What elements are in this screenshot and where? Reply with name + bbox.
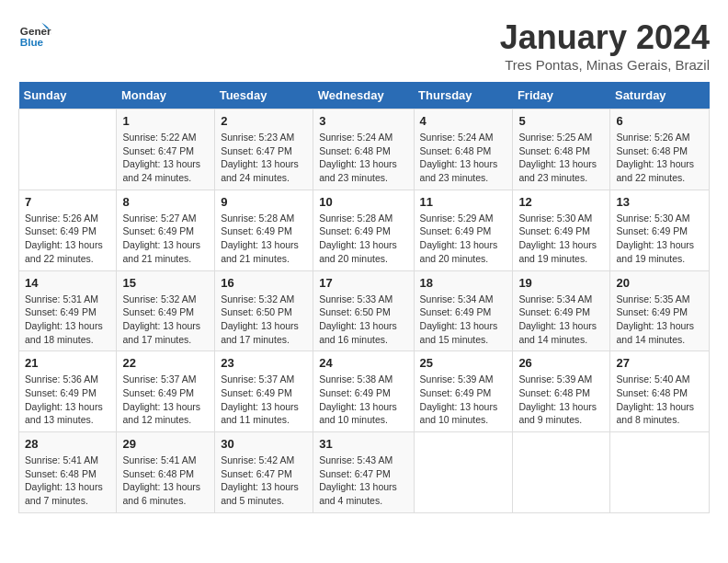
day-info: Sunrise: 5:25 AM Sunset: 6:48 PM Dayligh… [518, 131, 604, 185]
calendar-cell: 8Sunrise: 5:27 AM Sunset: 6:49 PM Daylig… [117, 190, 215, 270]
calendar-cell: 14Sunrise: 5:31 AM Sunset: 6:49 PM Dayli… [19, 270, 117, 351]
calendar-cell: 18Sunrise: 5:34 AM Sunset: 6:49 PM Dayli… [414, 270, 513, 351]
day-info: Sunrise: 5:28 AM Sunset: 6:49 PM Dayligh… [319, 212, 407, 266]
header-sunday: Sunday [19, 82, 117, 109]
calendar-week-row: 28Sunrise: 5:41 AM Sunset: 6:48 PM Dayli… [19, 432, 710, 513]
day-number: 3 [319, 114, 407, 128]
calendar-table: Sunday Monday Tuesday Wednesday Thursday… [18, 82, 710, 513]
day-number: 22 [122, 356, 209, 370]
header-friday: Friday [513, 82, 610, 109]
day-info: Sunrise: 5:40 AM Sunset: 6:48 PM Dayligh… [616, 373, 703, 427]
day-info: Sunrise: 5:31 AM Sunset: 6:49 PM Dayligh… [25, 293, 110, 347]
day-number: 15 [122, 276, 209, 290]
calendar-week-row: 1Sunrise: 5:22 AM Sunset: 6:47 PM Daylig… [19, 109, 710, 190]
day-number: 31 [319, 437, 407, 451]
calendar-cell: 1Sunrise: 5:22 AM Sunset: 6:47 PM Daylig… [117, 109, 215, 190]
day-info: Sunrise: 5:24 AM Sunset: 6:48 PM Dayligh… [319, 131, 407, 185]
calendar-cell: 11Sunrise: 5:29 AM Sunset: 6:49 PM Dayli… [414, 190, 513, 270]
calendar-cell: 16Sunrise: 5:32 AM Sunset: 6:50 PM Dayli… [215, 270, 313, 351]
day-number: 1 [122, 114, 209, 128]
day-info: Sunrise: 5:41 AM Sunset: 6:48 PM Dayligh… [122, 454, 209, 508]
day-number: 12 [518, 195, 604, 209]
calendar-cell: 20Sunrise: 5:35 AM Sunset: 6:49 PM Dayli… [610, 270, 710, 351]
day-info: Sunrise: 5:32 AM Sunset: 6:50 PM Dayligh… [221, 293, 307, 347]
day-number: 7 [25, 195, 110, 209]
day-number: 17 [319, 276, 407, 290]
day-info: Sunrise: 5:26 AM Sunset: 6:48 PM Dayligh… [616, 131, 703, 185]
day-number: 8 [122, 195, 209, 209]
calendar-cell: 12Sunrise: 5:30 AM Sunset: 6:49 PM Dayli… [513, 190, 610, 270]
day-number: 10 [319, 195, 407, 209]
day-number: 18 [420, 276, 507, 290]
calendar-title: January 2024 [500, 18, 710, 57]
day-number: 23 [221, 356, 307, 370]
day-info: Sunrise: 5:30 AM Sunset: 6:49 PM Dayligh… [518, 212, 604, 266]
day-number: 4 [420, 114, 507, 128]
day-number: 16 [221, 276, 307, 290]
header-thursday: Thursday [414, 82, 513, 109]
day-number: 29 [122, 437, 209, 451]
calendar-cell [19, 109, 117, 190]
calendar-cell: 17Sunrise: 5:33 AM Sunset: 6:50 PM Dayli… [313, 270, 414, 351]
header-monday: Monday [117, 82, 215, 109]
day-info: Sunrise: 5:38 AM Sunset: 6:49 PM Dayligh… [319, 373, 407, 427]
calendar-cell: 28Sunrise: 5:41 AM Sunset: 6:48 PM Dayli… [19, 432, 117, 513]
calendar-cell: 2Sunrise: 5:23 AM Sunset: 6:47 PM Daylig… [215, 109, 313, 190]
day-info: Sunrise: 5:22 AM Sunset: 6:47 PM Dayligh… [122, 131, 209, 185]
calendar-cell: 5Sunrise: 5:25 AM Sunset: 6:48 PM Daylig… [513, 109, 610, 190]
header-wednesday: Wednesday [313, 82, 414, 109]
day-info: Sunrise: 5:36 AM Sunset: 6:49 PM Dayligh… [25, 373, 110, 427]
page-header: General Blue January 2024 Tres Pontas, M… [18, 18, 710, 73]
day-info: Sunrise: 5:32 AM Sunset: 6:49 PM Dayligh… [122, 293, 209, 347]
calendar-cell: 3Sunrise: 5:24 AM Sunset: 6:48 PM Daylig… [313, 109, 414, 190]
day-info: Sunrise: 5:23 AM Sunset: 6:47 PM Dayligh… [221, 131, 307, 185]
calendar-cell [414, 432, 513, 513]
calendar-cell: 6Sunrise: 5:26 AM Sunset: 6:48 PM Daylig… [610, 109, 710, 190]
calendar-cell: 10Sunrise: 5:28 AM Sunset: 6:49 PM Dayli… [313, 190, 414, 270]
calendar-cell: 19Sunrise: 5:34 AM Sunset: 6:49 PM Dayli… [513, 270, 610, 351]
calendar-cell [610, 432, 710, 513]
day-info: Sunrise: 5:26 AM Sunset: 6:49 PM Dayligh… [25, 212, 110, 266]
svg-text:Blue: Blue [20, 36, 44, 48]
day-info: Sunrise: 5:37 AM Sunset: 6:49 PM Dayligh… [122, 373, 209, 427]
day-info: Sunrise: 5:24 AM Sunset: 6:48 PM Dayligh… [420, 131, 507, 185]
day-number: 6 [616, 114, 703, 128]
day-number: 19 [518, 276, 604, 290]
calendar-cell: 15Sunrise: 5:32 AM Sunset: 6:49 PM Dayli… [117, 270, 215, 351]
calendar-cell [513, 432, 610, 513]
header-saturday: Saturday [610, 82, 710, 109]
logo-icon: General Blue [18, 18, 51, 52]
day-info: Sunrise: 5:41 AM Sunset: 6:48 PM Dayligh… [25, 454, 110, 508]
calendar-cell: 4Sunrise: 5:24 AM Sunset: 6:48 PM Daylig… [414, 109, 513, 190]
calendar-cell: 27Sunrise: 5:40 AM Sunset: 6:48 PM Dayli… [610, 351, 710, 432]
day-info: Sunrise: 5:27 AM Sunset: 6:49 PM Dayligh… [122, 212, 209, 266]
calendar-cell: 26Sunrise: 5:39 AM Sunset: 6:48 PM Dayli… [513, 351, 610, 432]
calendar-cell: 13Sunrise: 5:30 AM Sunset: 6:49 PM Dayli… [610, 190, 710, 270]
day-info: Sunrise: 5:39 AM Sunset: 6:48 PM Dayligh… [518, 373, 604, 427]
calendar-cell: 21Sunrise: 5:36 AM Sunset: 6:49 PM Dayli… [19, 351, 117, 432]
day-number: 28 [25, 437, 110, 451]
calendar-cell: 7Sunrise: 5:26 AM Sunset: 6:49 PM Daylig… [19, 190, 117, 270]
day-number: 30 [221, 437, 307, 451]
logo: General Blue [18, 18, 51, 52]
day-number: 13 [616, 195, 703, 209]
day-number: 5 [518, 114, 604, 128]
day-number: 26 [518, 356, 604, 370]
day-info: Sunrise: 5:33 AM Sunset: 6:50 PM Dayligh… [319, 293, 407, 347]
calendar-week-row: 14Sunrise: 5:31 AM Sunset: 6:49 PM Dayli… [19, 270, 710, 351]
day-number: 9 [221, 195, 307, 209]
calendar-cell: 23Sunrise: 5:37 AM Sunset: 6:49 PM Dayli… [215, 351, 313, 432]
day-number: 11 [420, 195, 507, 209]
calendar-cell: 25Sunrise: 5:39 AM Sunset: 6:49 PM Dayli… [414, 351, 513, 432]
day-info: Sunrise: 5:42 AM Sunset: 6:47 PM Dayligh… [221, 454, 307, 508]
title-area: January 2024 Tres Pontas, Minas Gerais, … [500, 18, 710, 73]
calendar-week-row: 21Sunrise: 5:36 AM Sunset: 6:49 PM Dayli… [19, 351, 710, 432]
calendar-cell: 30Sunrise: 5:42 AM Sunset: 6:47 PM Dayli… [215, 432, 313, 513]
day-info: Sunrise: 5:30 AM Sunset: 6:49 PM Dayligh… [616, 212, 703, 266]
day-info: Sunrise: 5:39 AM Sunset: 6:49 PM Dayligh… [420, 373, 507, 427]
day-info: Sunrise: 5:29 AM Sunset: 6:49 PM Dayligh… [420, 212, 507, 266]
day-number: 14 [25, 276, 110, 290]
calendar-week-row: 7Sunrise: 5:26 AM Sunset: 6:49 PM Daylig… [19, 190, 710, 270]
day-info: Sunrise: 5:43 AM Sunset: 6:47 PM Dayligh… [319, 454, 407, 508]
day-number: 27 [616, 356, 703, 370]
